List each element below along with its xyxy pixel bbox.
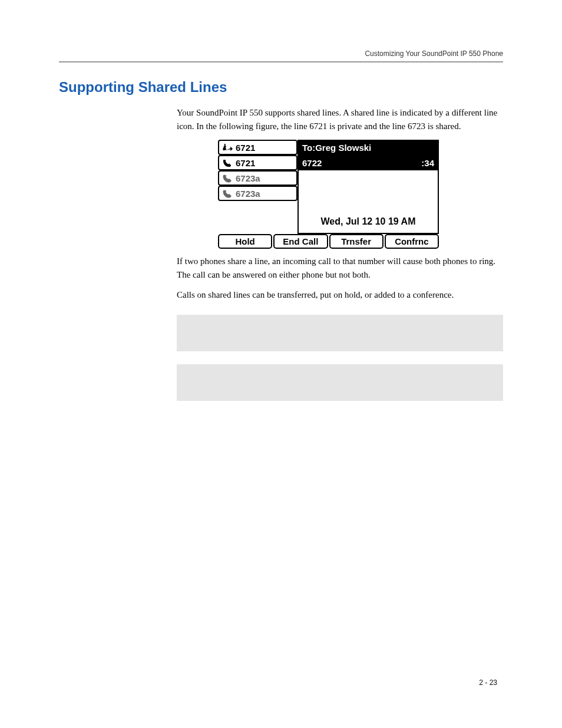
phone-screenshot: 6721 6721 6723a — [218, 140, 503, 249]
softkey-endcall: End Call — [273, 234, 328, 249]
datetime-label: Wed, Jul 12 10 19 AM — [321, 216, 416, 227]
line-key-4: 6723a — [218, 186, 297, 201]
note-box-1 — [177, 315, 503, 351]
lcd-main-area: Wed, Jul 12 10 19 AM — [297, 170, 439, 234]
line-label-3: 6723a — [236, 173, 260, 183]
line-label-2: 6721 — [236, 158, 255, 168]
paragraph-2: If two phones share a line, an incoming … — [177, 255, 503, 281]
call-number: 6722 — [302, 158, 322, 168]
softkey-confrnc: Confrnc — [385, 234, 439, 249]
line-label-1: 6721 — [236, 143, 255, 153]
phone-icon — [222, 173, 233, 183]
softkey-transfer: Trnsfer — [329, 234, 384, 249]
line-key-3: 6723a — [218, 170, 297, 186]
call-number-row: 6722 :34 — [297, 155, 439, 170]
softkey-hold: Hold — [218, 234, 272, 249]
line-label-4: 6723a — [236, 189, 260, 199]
phone-icon — [222, 158, 233, 168]
line-key-2: 6721 — [218, 155, 297, 170]
page-number: 2 - 23 — [479, 678, 497, 687]
softkey-row: Hold End Call Trnsfer Confrnc — [218, 234, 439, 249]
header-rule — [59, 61, 503, 62]
paragraph-3: Calls on shared lines can be transferred… — [177, 288, 503, 302]
call-to-label: To:Greg Slowski — [297, 140, 439, 155]
call-timer: :34 — [421, 158, 434, 168]
section-title: Supporting Shared Lines — [59, 79, 503, 95]
phone-icon — [222, 189, 233, 199]
paragraph-1: Your SoundPoint IP 550 supports shared l… — [177, 106, 503, 133]
running-head: Customizing Your SoundPoint IP 550 Phone — [59, 50, 503, 58]
note-box-2 — [177, 364, 503, 401]
line-key-1: 6721 — [218, 140, 297, 155]
offhook-arrow-icon — [222, 143, 233, 153]
